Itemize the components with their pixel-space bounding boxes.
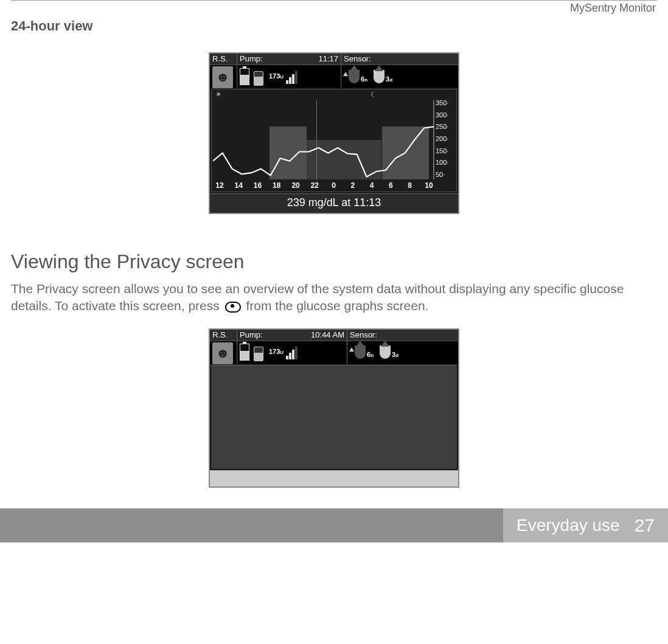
sensor-days-unit-2: d	[395, 353, 398, 358]
x-tick: 22	[308, 181, 321, 190]
sensor-label: Sensor:	[341, 54, 458, 65]
x-tick: 12	[213, 181, 226, 190]
footer-page-number: 27	[635, 515, 655, 536]
reservoir-icon	[252, 68, 265, 86]
sensor-label-2: Sensor:	[347, 330, 458, 341]
drop-icon	[349, 70, 360, 83]
privacy-blank-area	[211, 365, 457, 469]
glucose-chart: ☀ ☾ 350·300·250·200·150·100·50· 12141618…	[211, 89, 457, 192]
signal-icon	[286, 69, 297, 84]
section-heading: Viewing the Privacy screen	[11, 251, 657, 273]
battery-icon-2	[240, 344, 249, 361]
avatar-icon-2: ☻	[212, 342, 233, 364]
device-status-bar: R.S. ☻ Pump: 11:17 173U	[210, 54, 458, 88]
eye-icon	[225, 302, 241, 313]
night-icon: ☾	[371, 91, 377, 99]
reservoir-value-2: 173	[269, 348, 280, 355]
glucose-line	[213, 126, 434, 176]
y-tick: 350·	[436, 99, 455, 106]
patient-initials: R.S.	[210, 54, 237, 65]
pump-label-2: Pump:	[240, 330, 263, 340]
device-time-2: 10:44 AM	[311, 330, 344, 340]
device-time: 11:17	[318, 54, 338, 64]
signal-icon-2	[286, 345, 297, 359]
day-icon: ☀	[215, 91, 221, 99]
patient-initials-2: R.S.	[210, 330, 237, 341]
page-footer: Everyday use 27	[0, 508, 668, 542]
sensor-hours-unit: h	[364, 77, 367, 83]
x-tick: 4	[365, 181, 378, 190]
sensor-days-unit: d	[389, 77, 392, 83]
reservoir-value: 173	[269, 72, 280, 80]
reservoir-unit: U	[280, 74, 284, 80]
privacy-footer-bar	[210, 470, 458, 486]
device-status-bar-2: R.S. ☻ Pump: 10:44 AM 173U	[210, 330, 458, 364]
x-tick: 18	[270, 181, 284, 190]
x-tick: 8	[403, 181, 417, 190]
battery-icon	[240, 68, 249, 85]
section-subhead: 24-hour view	[11, 18, 657, 34]
device-screenshot-24hour: R.S. ☻ Pump: 11:17 173U	[209, 52, 459, 214]
device-screenshot-privacy: R.S. ☻ Pump: 10:44 AM 173U	[209, 328, 459, 488]
sensor-hours-unit-2: h	[371, 353, 374, 358]
para-text-after: from the glucose graphs screen.	[243, 299, 429, 313]
sensor-life-icon	[374, 70, 384, 83]
y-tick: 100·	[436, 159, 455, 166]
x-tick: 2	[346, 181, 360, 190]
reservoir-unit-2: U	[280, 350, 284, 355]
reservoir-icon-2	[252, 343, 265, 361]
x-tick: 10	[422, 181, 436, 190]
x-tick: 6	[384, 181, 397, 190]
y-tick: 200·	[436, 135, 455, 142]
y-tick: 300·	[436, 111, 455, 119]
x-tick: 0	[327, 181, 341, 190]
current-reading: 239 mg/dL at 11:13	[210, 193, 458, 213]
avatar-icon: ☻	[212, 66, 233, 88]
drop-icon-2	[355, 345, 366, 359]
x-tick: 20	[289, 181, 302, 190]
x-tick: 16	[251, 181, 265, 190]
sensor-life-icon-2	[380, 345, 391, 359]
footer-chapter: Everyday use	[517, 516, 620, 535]
x-tick: 14	[232, 181, 245, 190]
y-tick: 50·	[436, 171, 455, 178]
pump-label: Pump:	[240, 54, 263, 64]
y-tick: 250·	[436, 123, 455, 130]
section-paragraph: The Privacy screen allows you to see an …	[11, 280, 657, 315]
running-head: MySentry Monitor	[11, 2, 657, 17]
y-tick: 150·	[436, 147, 455, 154]
